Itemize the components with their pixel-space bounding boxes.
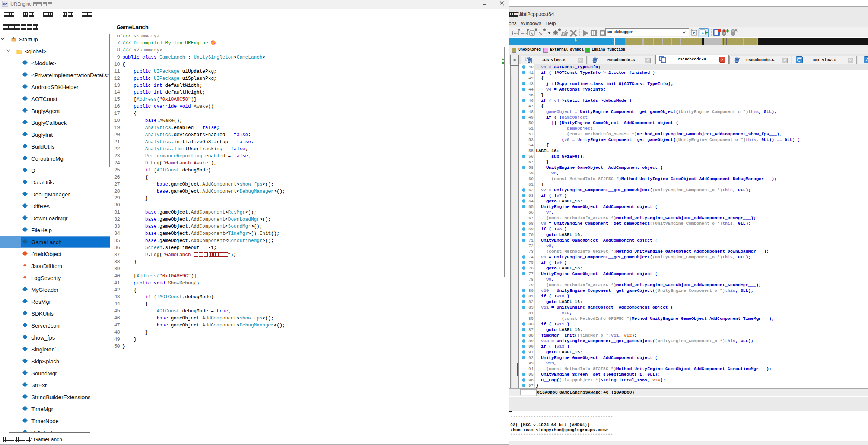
svg-text:A: A bbox=[531, 32, 533, 35]
svg-text:c: c bbox=[693, 31, 695, 35]
svg-text:c: c bbox=[702, 31, 704, 35]
svg-text:‘s: ‘s bbox=[539, 31, 542, 36]
svg-text:CODE: CODE bbox=[512, 32, 519, 35]
svg-text:DATA: DATA bbox=[521, 32, 527, 35]
svg-text:A: A bbox=[866, 57, 868, 63]
